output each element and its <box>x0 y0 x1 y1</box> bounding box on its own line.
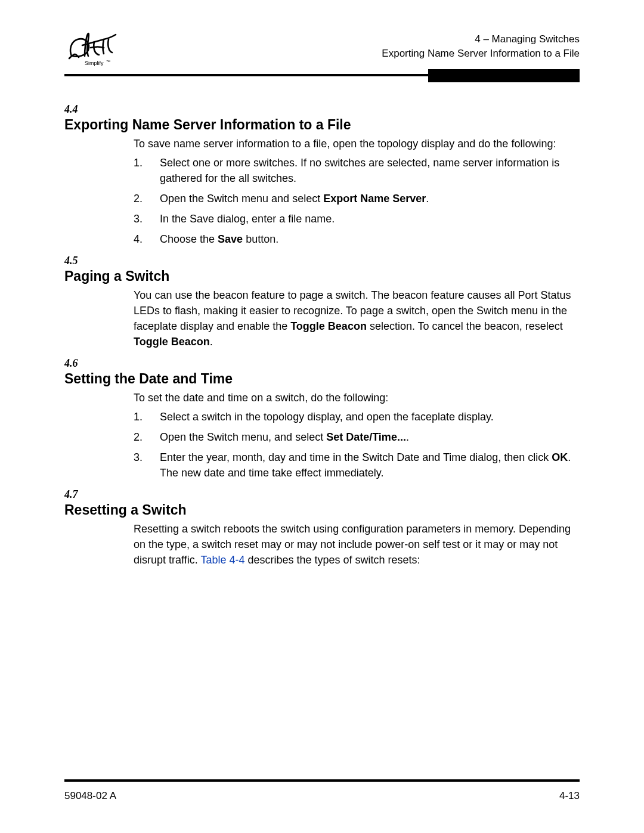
section-body: You can use the beacon feature to page a… <box>134 287 580 349</box>
footer-rule <box>64 779 580 782</box>
list-item: 2. Open the Switch menu and select Expor… <box>134 191 580 206</box>
header-right: 4 – Managing Switches Exporting Name Ser… <box>382 32 580 61</box>
svg-text:Simplify: Simplify <box>85 60 104 66</box>
text-bold: Export Name Server <box>323 193 426 205</box>
section-4-7: 4.7 Resetting a Switch Resetting a switc… <box>64 487 580 568</box>
section-body: Resetting a switch reboots the switch us… <box>134 521 580 568</box>
section-4-6: 4.6 Setting the Date and Time To set the… <box>64 355 580 481</box>
page: Simplify ™ 4 – Managing Switches Exporti… <box>0 0 644 833</box>
list-index: 4. <box>134 231 160 247</box>
list-index: 3. <box>134 450 160 481</box>
list-item: 1. Select one or more switches. If no sw… <box>134 155 580 186</box>
list-index: 2. <box>134 429 160 445</box>
section-4-5: 4.5 Paging a Switch You can use the beac… <box>64 253 580 349</box>
section-heading: Setting the Date and Time <box>64 371 580 386</box>
list-item: 4. Choose the Save button. <box>134 231 580 247</box>
list-item: 3. Enter the year, month, day and time i… <box>134 450 580 481</box>
list-index: 3. <box>134 211 160 227</box>
ordered-list: 1. Select a switch in the topology displ… <box>134 409 580 481</box>
section-number: 4.7 <box>64 487 580 502</box>
section-number: 4.4 <box>64 101 580 117</box>
list-item: 2. Open the Switch menu, and select Set … <box>134 429 580 445</box>
text-run: selection. To cancel the beacon, reselec… <box>367 320 563 332</box>
section-heading: Resetting a Switch <box>64 502 580 518</box>
cross-reference-link[interactable]: Table 4-4 <box>200 554 244 566</box>
section-title-header: Exporting Name Server Information to a F… <box>382 47 580 61</box>
list-body: Select a switch in the topology display,… <box>160 409 580 425</box>
content: 4.4 Exporting Name Server Information to… <box>64 101 580 568</box>
text-bold: OK <box>552 451 568 463</box>
list-body: Enter the year, month, day and time in t… <box>160 450 580 481</box>
list-body: Select one or more switches. If no switc… <box>160 155 580 186</box>
text-run: button. <box>243 233 278 245</box>
list-item: 3. In the Save dialog, enter a file name… <box>134 211 580 227</box>
text-run: Enter the year, month, day and time in t… <box>160 451 552 463</box>
section-4-4: 4.4 Exporting Name Server Information to… <box>64 101 580 247</box>
section-intro: To set the date and time on a switch, do… <box>134 390 580 405</box>
text-run: describes the types of switch resets: <box>244 554 420 566</box>
logo: Simplify ™ <box>64 32 122 68</box>
list-body: Choose the Save button. <box>160 231 580 247</box>
list-body: Open the Switch menu and select Export N… <box>160 191 580 206</box>
text-run: Open the Switch menu, and select <box>160 431 326 443</box>
list-index: 1. <box>134 155 160 186</box>
text-bold: Toggle Beacon <box>290 320 367 332</box>
section-number: 4.5 <box>64 253 580 268</box>
list-index: 2. <box>134 191 160 206</box>
text-bold: Set Date/Time... <box>326 431 406 443</box>
footer-doc-id: 59048-02 A <box>64 790 116 802</box>
text-run: . <box>426 193 429 205</box>
text-run: . <box>210 336 213 348</box>
list-index: 1. <box>134 409 160 425</box>
svg-text:™: ™ <box>106 60 110 64</box>
text-bold: Toggle Beacon <box>134 336 210 348</box>
section-intro: To save name server information to a fil… <box>134 136 580 151</box>
section-heading: Exporting Name Server Information to a F… <box>64 117 580 132</box>
section-heading: Paging a Switch <box>64 268 580 284</box>
qlogic-logo-icon: Simplify ™ <box>64 32 122 68</box>
footer-page-number: 4-13 <box>559 790 580 802</box>
chapter-title: 4 – Managing Switches <box>382 32 580 47</box>
header-row: Simplify ™ 4 – Managing Switches Exporti… <box>64 32 580 68</box>
list-body: Open the Switch menu, and select Set Dat… <box>160 429 580 445</box>
footer: 59048-02 A 4-13 <box>64 790 580 802</box>
list-item: 1. Select a switch in the topology displ… <box>134 409 580 425</box>
text-run: Open the Switch menu and select <box>160 193 323 205</box>
ordered-list: 1. Select one or more switches. If no sw… <box>134 155 580 247</box>
text-run: Choose the <box>160 233 218 245</box>
text-run: . <box>406 431 409 443</box>
section-number: 4.6 <box>64 355 580 371</box>
chapter-tab <box>428 69 580 82</box>
text-bold: Save <box>218 233 243 245</box>
list-body: In the Save dialog, enter a file name. <box>160 211 580 227</box>
